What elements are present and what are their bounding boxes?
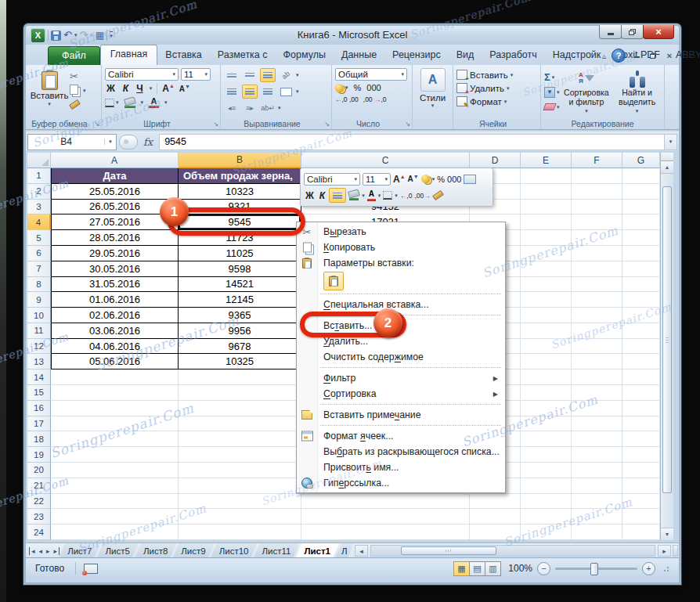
format-cells-button[interactable]: Формат▾ [456, 96, 537, 106]
cell-a9[interactable]: 01.06.2016 [51, 292, 179, 308]
mini-thousands-button[interactable]: 000 [447, 175, 461, 184]
mini-borders-icon[interactable] [383, 191, 392, 200]
cell-f20[interactable] [572, 463, 622, 478]
cell-g9[interactable] [622, 292, 660, 308]
insert-function-icon[interactable]: fx [140, 136, 159, 148]
cell-a24[interactable] [51, 524, 179, 540]
cell-f18[interactable] [572, 431, 622, 447]
cell-e7[interactable] [521, 261, 572, 277]
cell-b6[interactable]: 11025 [179, 246, 301, 261]
row-header-23[interactable]: 23 [27, 509, 51, 524]
expand-formula-bar-icon[interactable]: ▾ [664, 134, 677, 150]
sheet-tab-лист7[interactable]: Лист7 [59, 543, 100, 558]
clear-button[interactable]: ▾ [544, 101, 560, 113]
tab-рецензирс[interactable]: Рецензирс [384, 45, 449, 65]
decrease-indent-icon[interactable]: ◂≡ [224, 101, 240, 115]
mini-align-center-icon[interactable] [329, 188, 346, 203]
accounting-format-icon[interactable]: ▾ [335, 84, 348, 92]
prev-sheet-icon[interactable]: ◂ [38, 547, 45, 555]
undo-icon[interactable]: ↶ [63, 30, 72, 41]
row-header-15[interactable]: 15 [27, 385, 51, 401]
qat-customize-icon[interactable]: ▾ [110, 31, 113, 39]
cell-a11[interactable]: 03.06.2016 [51, 323, 179, 339]
cell-f21[interactable] [572, 478, 622, 494]
row-header-6[interactable]: 6 [27, 246, 51, 261]
scroll-down-icon[interactable]: ▼ [661, 528, 673, 540]
cell-e4[interactable] [521, 214, 572, 230]
mini-font-color-button[interactable]: А [367, 190, 376, 201]
cell-a14[interactable] [51, 369, 179, 385]
increase-decimal-icon[interactable]: ←,0 ,00 [335, 96, 359, 103]
cell-f24[interactable] [572, 524, 622, 540]
column-header-g[interactable]: G [622, 153, 660, 168]
column-header-f[interactable]: F [572, 153, 622, 168]
cell-a16[interactable] [51, 401, 179, 416]
workbook-minimize-icon[interactable] [631, 51, 642, 60]
shrink-font-button[interactable]: А▼ [179, 84, 190, 93]
row-header-2[interactable]: 2 [27, 184, 51, 200]
number-dialog-launcher[interactable]: ↘ [405, 121, 410, 128]
help-icon[interactable]: ? [612, 49, 626, 63]
zoom-in-icon[interactable]: + [642, 562, 655, 575]
cell-b1[interactable]: Объем продаж зерна, [179, 168, 301, 184]
menu-item-фильтр[interactable]: Фильтр▶ [297, 370, 505, 386]
cell-b24[interactable] [179, 524, 301, 540]
cell-c24[interactable] [301, 524, 470, 540]
cell-a17[interactable] [51, 416, 179, 432]
cell-b16[interactable] [179, 401, 301, 416]
cell-f19[interactable] [572, 447, 622, 463]
cell-b19[interactable] [179, 447, 301, 463]
sheet-tab-лист9[interactable]: Лист9 [172, 543, 214, 558]
vertical-scroll-thumb[interactable] [662, 186, 672, 493]
sheet-tab-лист10[interactable]: Лист10 [211, 543, 258, 558]
font-size-combo[interactable]: 11▾ [181, 68, 211, 81]
tab-разработч[interactable]: Разработч [482, 45, 544, 65]
cell-f6[interactable] [572, 246, 622, 261]
cell-a5[interactable]: 28.05.2016 [51, 230, 179, 246]
percent-style-button[interactable]: % [354, 83, 362, 92]
cell-b9[interactable]: 12145 [179, 292, 301, 308]
wrap-text-icon[interactable]: ab↵ [260, 101, 276, 115]
row-header-18[interactable]: 18 [27, 431, 51, 447]
row-header-11[interactable]: 11 [27, 323, 51, 339]
underline-button[interactable]: Ч [135, 83, 144, 94]
mini-format-painter-icon[interactable] [432, 190, 444, 200]
cell-g10[interactable] [622, 308, 660, 323]
cell-g13[interactable] [622, 354, 660, 369]
cell-g12[interactable] [622, 339, 660, 355]
cell-g3[interactable] [622, 200, 660, 215]
cell-a4[interactable]: 27.05.2016 [51, 214, 179, 230]
align-top-icon[interactable] [224, 68, 240, 82]
cell-b20[interactable] [179, 463, 301, 478]
mini-percent-button[interactable]: % [437, 175, 445, 184]
decrease-decimal-icon[interactable]: ,00 →,0 [363, 96, 387, 103]
menu-item-гиперссылка[interactable]: Гиперссылка... [297, 475, 505, 491]
row-header-17[interactable]: 17 [27, 416, 51, 432]
copy-icon[interactable] [70, 85, 78, 95]
cell-g16[interactable] [622, 401, 660, 416]
tab-вид[interactable]: Вид [449, 45, 482, 65]
cell-f11[interactable] [572, 323, 622, 339]
mini-font-family-combo[interactable]: Calibri▾ [304, 173, 360, 186]
name-box[interactable]: B4▾ [27, 134, 117, 150]
mini-grow-font-button[interactable]: А▲ [393, 174, 406, 185]
fill-button[interactable]: ▼▾ [544, 86, 560, 98]
cell-g20[interactable] [622, 463, 660, 478]
tab-вставка[interactable]: Вставка [157, 45, 209, 65]
cell-a21[interactable] [51, 478, 179, 494]
redo-icon[interactable]: ↷ [79, 30, 88, 41]
column-header-c[interactable]: C [301, 153, 470, 168]
cell-b11[interactable]: 9956 [179, 323, 301, 339]
cell-f4[interactable] [572, 214, 622, 230]
row-header-9[interactable]: 9 [27, 292, 51, 308]
format-painter-icon[interactable] [69, 99, 81, 110]
paste-button[interactable]: Вставить ▾ [29, 68, 70, 117]
merge-center-icon[interactable] [278, 85, 294, 99]
cell-b2[interactable]: 10323 [179, 184, 301, 200]
cell-b22[interactable] [179, 494, 301, 510]
tab-надстройк[interactable]: Надстройк [545, 45, 609, 65]
cell-b23[interactable] [179, 509, 301, 524]
cell-a22[interactable] [51, 494, 179, 510]
mini-increase-decimal-icon[interactable]: ←,0 [400, 192, 413, 200]
cell-e23[interactable] [521, 509, 572, 524]
